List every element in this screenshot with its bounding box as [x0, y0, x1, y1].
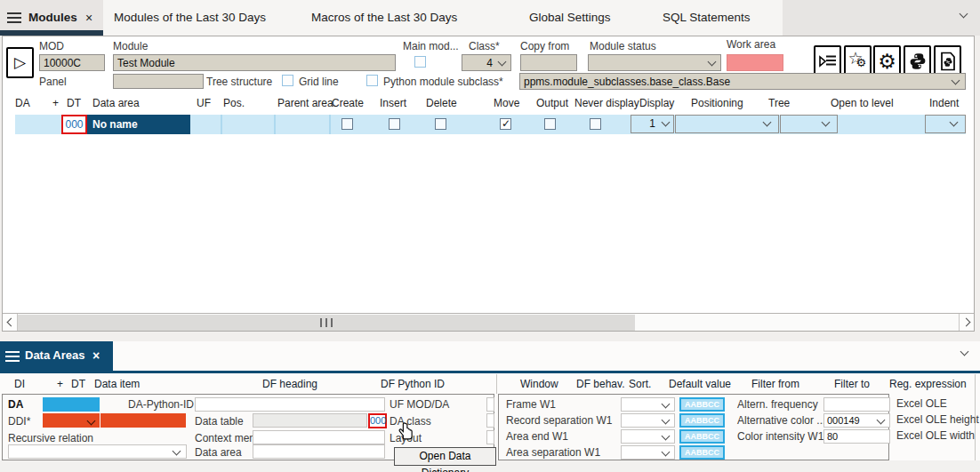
main-module-checkbox[interactable] [414, 56, 426, 68]
chevron-down-icon[interactable] [960, 348, 969, 356]
col-data-item[interactable]: Data item [94, 378, 140, 390]
col-delete[interactable]: Delete [426, 97, 457, 109]
horizontal-scrollbar[interactable] [3, 313, 974, 331]
col-insert[interactable]: Insert [380, 97, 406, 109]
tab-modules-label[interactable]: Modules [28, 11, 77, 24]
color-intensity-field[interactable]: 80 [823, 429, 890, 444]
col-create[interactable]: Create [332, 97, 364, 109]
tab-data-areas-label[interactable]: Data Areas [25, 348, 84, 362]
insert-checkbox[interactable] [389, 118, 400, 130]
col-filter-to[interactable]: Filter to [834, 378, 870, 390]
copy-from-field[interactable] [520, 54, 577, 71]
grid-line-checkbox[interactable] [282, 75, 293, 86]
output-checkbox[interactable] [544, 118, 556, 130]
tree-structure-label: Tree structure [206, 76, 272, 88]
star-gear-icon: ☆ ⚙ [848, 51, 868, 72]
tree-outline-run-button[interactable] [814, 45, 841, 76]
close-icon[interactable]: × [85, 12, 92, 24]
col-df-behav[interactable]: DF behav. [576, 378, 624, 390]
recursive-relation-dropdown[interactable] [8, 444, 187, 459]
tab-modules-last-30-days[interactable]: Modules of the Last 30 Days [114, 11, 266, 24]
positioning-dropdown[interactable] [675, 115, 779, 133]
tab-macros-last-30-days[interactable]: Macros of the Last 30 Days [311, 11, 457, 24]
work-area-field[interactable] [727, 54, 783, 71]
python-subclass-checkbox[interactable] [366, 75, 378, 86]
context-menu-field[interactable] [253, 430, 385, 444]
star-settings-button[interactable]: ☆ ⚙ [844, 45, 872, 76]
col-sort[interactable]: Sort. [629, 378, 651, 390]
col-positioning[interactable]: Positioning [691, 97, 743, 109]
class-label: Class* [469, 40, 500, 52]
layout-field[interactable] [486, 430, 494, 444]
col-output[interactable]: Output [536, 97, 568, 109]
python-file-icon [940, 52, 956, 71]
area-end-color-swatch[interactable]: AABBCC [679, 429, 725, 444]
module-status-dropdown[interactable] [588, 54, 721, 71]
tab-data-areas[interactable]: Data Areas × [0, 341, 113, 371]
col-tree[interactable]: Tree [768, 97, 790, 109]
col-pos[interactable]: Pos. [223, 97, 245, 109]
module-name-field[interactable]: Test Module [113, 54, 396, 71]
panel-field[interactable] [113, 74, 204, 89]
record-separation-color-swatch[interactable]: AABBCC [679, 413, 725, 428]
indent-dropdown[interactable] [925, 115, 966, 133]
tree-dropdown[interactable] [780, 115, 838, 133]
excel-ole-height-label: Excel OLE height [896, 413, 979, 426]
data-dictionary-link[interactable]: 000 [368, 413, 387, 428]
never-display-checkbox[interactable] [590, 118, 601, 130]
python-subclass-dropdown[interactable]: ppms.module_subclasses.base_class.Base [519, 73, 966, 90]
col-open-to-level[interactable]: Open to level [831, 97, 894, 109]
tab-modules[interactable]: Modules × [0, 0, 103, 36]
col-plus[interactable]: + [57, 378, 63, 390]
da-label: DA [8, 398, 23, 411]
col-dt[interactable]: DT [71, 378, 85, 390]
hamburger-icon[interactable] [5, 351, 20, 362]
col-uf[interactable]: UF [197, 97, 211, 109]
col-never-display[interactable]: Never display [574, 97, 639, 109]
scroll-left-button[interactable] [3, 314, 18, 331]
python-button[interactable] [904, 45, 931, 76]
dt-cell[interactable]: 000 [61, 115, 87, 134]
col-move[interactable]: Move [494, 97, 519, 109]
col-df-heading[interactable]: DF heading [262, 378, 317, 390]
tab-global-settings[interactable]: Global Settings [529, 11, 611, 24]
col-da[interactable]: DA [15, 97, 30, 109]
close-icon[interactable]: × [92, 349, 100, 362]
uf-mod-da-field[interactable] [486, 397, 494, 412]
tab-sql-statements[interactable]: SQL Statements [663, 11, 751, 24]
da-python-id-field[interactable] [195, 397, 385, 412]
ddi-field[interactable] [100, 413, 186, 428]
data-table-field[interactable] [253, 413, 367, 428]
data-area-name-cell[interactable]: No name [87, 115, 190, 134]
hamburger-icon[interactable] [7, 12, 21, 23]
scroll-right-button[interactable] [959, 314, 974, 331]
da-field[interactable] [43, 397, 100, 412]
settings-button[interactable]: ⚙ [873, 45, 901, 76]
col-df-python-id[interactable]: DF Python ID [381, 378, 445, 390]
col-reg-expression[interactable]: Reg. expression [889, 378, 967, 390]
col-data-area[interactable]: Data area [92, 97, 140, 109]
col-default-value[interactable]: Default value [669, 378, 731, 390]
run-module-button[interactable]: ▷ [6, 47, 34, 78]
create-checkbox[interactable] [341, 118, 353, 130]
scrollbar-thumb[interactable] [18, 315, 635, 331]
col-di[interactable]: DI [14, 378, 25, 390]
delete-checkbox[interactable] [435, 118, 446, 130]
mod-field[interactable]: 10000C [39, 54, 105, 71]
altern-frequency-field[interactable] [823, 397, 890, 412]
col-filter-from[interactable]: Filter from [751, 378, 799, 390]
area-separation-color-swatch[interactable]: AABBCC [679, 445, 725, 460]
move-checkbox[interactable] [500, 118, 511, 130]
python-file-button[interactable] [934, 45, 961, 76]
panel-gap [0, 332, 980, 341]
col-plus[interactable]: + [52, 97, 59, 109]
copy-from-label: Copy from [520, 40, 569, 52]
col-indent[interactable]: Indent [929, 97, 959, 109]
frame-color-swatch[interactable]: AABBCC [679, 397, 725, 412]
col-parent-area[interactable]: Parent area [277, 97, 333, 109]
col-window[interactable]: Window [520, 378, 558, 390]
col-dt[interactable]: DT [67, 97, 81, 109]
col-display[interactable]: Display [639, 97, 674, 109]
da-class-field[interactable] [486, 413, 494, 428]
data-area-field[interactable] [253, 444, 385, 459]
